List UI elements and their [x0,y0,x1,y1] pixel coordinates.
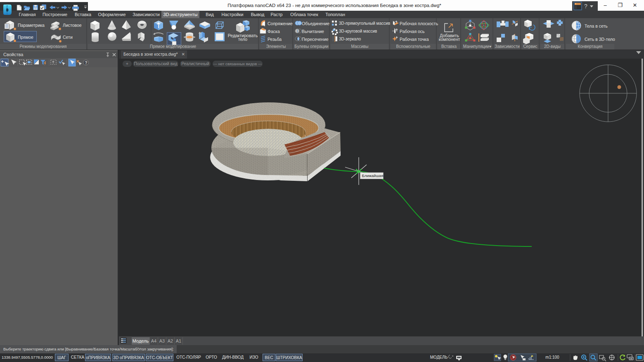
svg-text:Ближайшая: Ближайшая [362,173,384,178]
svg-text:?: ? [584,3,587,9]
svg-text:?: ? [85,61,88,65]
